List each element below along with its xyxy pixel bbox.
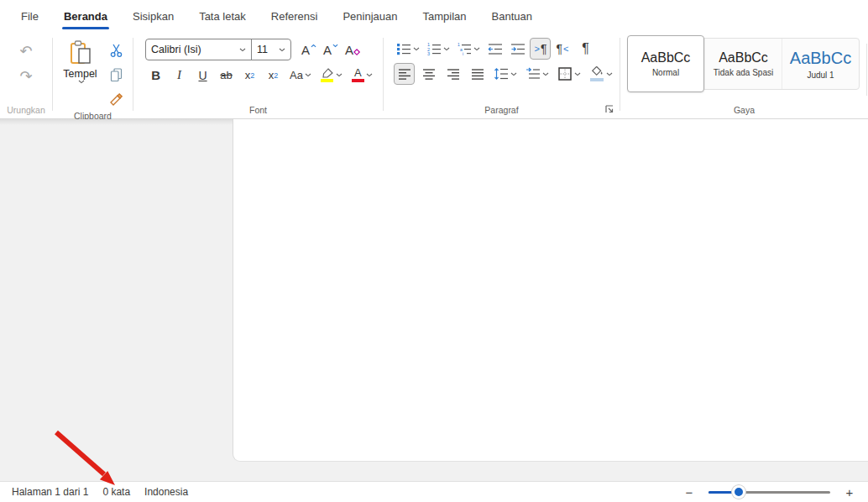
decrease-indent-icon bbox=[488, 42, 503, 56]
style-card-no-spacing[interactable]: AaBbCc Tidak ada Spasi bbox=[704, 39, 782, 89]
chevron-down-icon[interactable] bbox=[473, 47, 480, 51]
increase-indent-button[interactable] bbox=[507, 38, 528, 60]
paste-button[interactable]: Tempel bbox=[59, 37, 102, 85]
bold-button[interactable]: B bbox=[145, 65, 166, 86]
borders-button[interactable] bbox=[555, 63, 583, 85]
bullets-button[interactable] bbox=[394, 38, 422, 60]
font-group: Calibri (Isi) 11 A A A bbox=[133, 32, 383, 118]
highlight-color-button[interactable] bbox=[317, 65, 346, 86]
align-center-button[interactable] bbox=[418, 63, 439, 85]
zoom-slider[interactable] bbox=[709, 485, 830, 499]
align-center-icon bbox=[422, 68, 436, 81]
subscript-button[interactable]: x2 bbox=[239, 65, 260, 86]
align-left-icon bbox=[398, 68, 411, 81]
chevron-down-icon[interactable] bbox=[606, 72, 613, 76]
styles-gallery: AaBbCc Normal AaBbCc Tidak ada Spasi AaB… bbox=[627, 38, 860, 90]
zoom-out-button[interactable]: − bbox=[682, 485, 696, 499]
copy-button[interactable] bbox=[106, 65, 128, 85]
highlighter-icon bbox=[321, 68, 334, 78]
page-indicator[interactable]: Halaman 1 dari 1 bbox=[12, 486, 88, 498]
style-card-normal[interactable]: AaBbCc Normal bbox=[627, 35, 704, 92]
borders-icon bbox=[557, 66, 573, 81]
group-divider bbox=[866, 44, 867, 96]
styles-group-label: Gaya bbox=[620, 103, 868, 118]
paint-bucket-icon bbox=[589, 66, 604, 77]
zoom-slider-thumb[interactable] bbox=[732, 485, 745, 499]
font-group-label: Font bbox=[133, 103, 383, 118]
chevron-down-icon[interactable] bbox=[305, 73, 311, 77]
word-count[interactable]: 0 kata bbox=[102, 486, 130, 498]
decrease-indent-button[interactable] bbox=[484, 38, 505, 60]
increase-indent-icon bbox=[510, 42, 526, 56]
line-spacing-button[interactable] bbox=[491, 63, 520, 85]
ribbon: ↶ ↷ Urungkan Tempel bbox=[0, 32, 868, 119]
justify-icon bbox=[471, 68, 484, 81]
tab-referensi[interactable]: Referensi bbox=[259, 0, 331, 32]
eraser-icon bbox=[353, 49, 361, 56]
status-bar: Halaman 1 dari 1 0 kata Indonesia − + bbox=[0, 481, 868, 502]
cut-button[interactable] bbox=[106, 40, 128, 60]
underline-button[interactable]: U bbox=[192, 65, 213, 86]
rtl-text-direction-button[interactable]: ¶< bbox=[552, 38, 573, 60]
shading-button[interactable] bbox=[587, 63, 615, 85]
highlight-color-swatch bbox=[321, 79, 333, 82]
align-right-icon bbox=[447, 68, 460, 81]
chevron-down-icon[interactable] bbox=[542, 72, 549, 76]
align-left-button[interactable] bbox=[394, 63, 415, 85]
change-case-button[interactable]: Aa bbox=[286, 65, 315, 86]
ltr-text-direction-button[interactable]: >¶ bbox=[530, 38, 551, 60]
style-card-heading1[interactable]: AaBbCc Judul 1 bbox=[782, 39, 859, 89]
tab-file[interactable]: File bbox=[8, 0, 51, 32]
italic-button[interactable]: I bbox=[169, 65, 190, 86]
chevron-down-icon[interactable] bbox=[78, 80, 85, 84]
font-size-select[interactable]: 11 bbox=[251, 39, 290, 60]
format-painter-icon bbox=[109, 92, 124, 107]
font-color-button[interactable]: A bbox=[348, 65, 376, 86]
cut-icon bbox=[109, 43, 123, 58]
paste-label: Tempel bbox=[63, 68, 97, 80]
paragraph-dialog-launcher[interactable] bbox=[604, 103, 615, 115]
numbering-button[interactable]: 123 bbox=[424, 38, 452, 60]
multilevel-list-button[interactable]: 1ai bbox=[454, 38, 483, 60]
numbered-list-icon: 123 bbox=[426, 42, 442, 56]
tab-bantuan[interactable]: Bantuan bbox=[479, 0, 545, 32]
tab-sisipkan[interactable]: Sisipkan bbox=[120, 0, 186, 32]
svg-text:3: 3 bbox=[427, 51, 430, 56]
redo-icon: ↷ bbox=[19, 68, 32, 85]
clear-formatting-button[interactable]: A bbox=[342, 39, 364, 60]
superscript-button[interactable]: x2 bbox=[263, 65, 284, 86]
format-painter-button[interactable] bbox=[106, 89, 128, 109]
font-color-swatch bbox=[352, 79, 364, 82]
chevron-down-icon[interactable] bbox=[366, 73, 373, 77]
shading-color-swatch bbox=[590, 78, 604, 81]
redo-button[interactable]: ↷ bbox=[18, 67, 33, 86]
chevron-down-icon bbox=[279, 48, 285, 52]
paste-icon bbox=[68, 39, 93, 66]
chevron-down-icon[interactable] bbox=[413, 47, 420, 51]
undo-icon: ↶ bbox=[19, 43, 32, 60]
caret-down-icon bbox=[332, 44, 338, 48]
font-combo: Calibri (Isi) 11 bbox=[145, 39, 291, 60]
chevron-down-icon[interactable] bbox=[443, 47, 450, 51]
language-indicator[interactable]: Indonesia bbox=[144, 486, 188, 498]
svg-text:i: i bbox=[463, 51, 463, 56]
clipboard-group: Tempel bbox=[53, 32, 133, 118]
chevron-down-icon[interactable] bbox=[574, 72, 581, 76]
document-page[interactable] bbox=[233, 119, 868, 462]
shrink-font-button[interactable]: A bbox=[320, 39, 342, 60]
paragraph-spacing-button[interactable] bbox=[523, 63, 552, 85]
align-right-button[interactable] bbox=[442, 63, 463, 85]
show-formatting-marks-button[interactable]: ¶ bbox=[575, 38, 596, 60]
tab-tampilan[interactable]: Tampilan bbox=[410, 0, 478, 32]
tab-beranda[interactable]: Beranda bbox=[51, 0, 120, 32]
chevron-down-icon[interactable] bbox=[336, 73, 342, 77]
font-name-select[interactable]: Calibri (Isi) bbox=[146, 39, 251, 60]
tab-peninjauan[interactable]: Peninjauan bbox=[330, 0, 410, 32]
zoom-in-button[interactable]: + bbox=[843, 485, 856, 499]
tab-tata-letak[interactable]: Tata letak bbox=[186, 0, 259, 32]
justify-button[interactable] bbox=[467, 63, 488, 85]
strikethrough-button[interactable]: ab bbox=[216, 65, 237, 86]
chevron-down-icon[interactable] bbox=[510, 72, 517, 76]
grow-font-button[interactable]: A bbox=[298, 39, 320, 60]
undo-button[interactable]: ↶ bbox=[18, 42, 33, 60]
